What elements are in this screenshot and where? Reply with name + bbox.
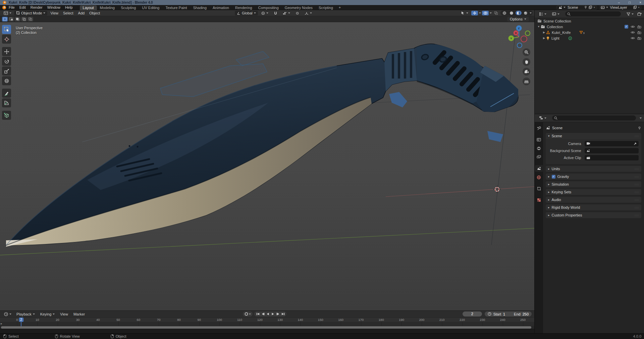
tab-world[interactable]: [535, 174, 543, 181]
playhead[interactable]: 2: [19, 318, 23, 322]
timeline-menu-playback[interactable]: Playback: [14, 312, 37, 316]
gizmo-dropdown-icon[interactable]: [479, 12, 481, 14]
start-frame-field[interactable]: 1: [503, 312, 505, 316]
select-mode-set[interactable]: [2, 17, 8, 21]
timeline-menu-keying[interactable]: Keying: [38, 312, 57, 316]
outliner-row-scene-collection[interactable]: Scene Collection: [535, 18, 644, 24]
panel-drag-handle[interactable]: ::::: [635, 206, 639, 209]
timeline-ruler[interactable]: 0102030405060708090100110120130140150160…: [0, 317, 534, 322]
hide-eye-icon[interactable]: [631, 31, 635, 34]
active-clip-field[interactable]: [585, 155, 639, 160]
close-button[interactable]: ×: [639, 0, 641, 5]
viewport-3d-canvas[interactable]: User Perspective (2) Collection: [0, 22, 534, 310]
shading-dropdown-icon[interactable]: [530, 12, 532, 14]
disable-render-camera-icon[interactable]: [637, 25, 641, 29]
scene-selector[interactable]: Scene ×: [556, 5, 597, 10]
panel-drag-handle[interactable]: ::::: [635, 183, 639, 186]
viewport-menu-select[interactable]: Select: [61, 11, 76, 15]
unlink-scene-icon[interactable]: ×: [593, 6, 595, 9]
tab-object[interactable]: [535, 185, 543, 192]
outliner-display-mode[interactable]: [537, 12, 548, 16]
viewport-menu-add[interactable]: Add: [76, 11, 87, 15]
next-keyframe-button[interactable]: [275, 311, 280, 317]
panel-units[interactable]: ▸ Units ::::: [546, 166, 641, 172]
expand-triangle-icon[interactable]: ▶: [542, 31, 546, 34]
panel-custom-properties[interactable]: ▸ Custom Properties ::::: [546, 212, 641, 218]
pin-icon[interactable]: [584, 6, 587, 9]
jump-to-start-button[interactable]: [255, 311, 260, 317]
tab-modeling[interactable]: Modeling: [97, 5, 118, 10]
new-collection-button[interactable]: [637, 12, 642, 16]
add-workspace-button[interactable]: +: [336, 5, 343, 9]
xray-toggle[interactable]: [493, 11, 499, 15]
gizmo-axis-z-neg[interactable]: [517, 43, 522, 48]
outliner-search-input[interactable]: [565, 11, 621, 16]
transform-orientation-selector[interactable]: Global: [235, 11, 258, 15]
pivot-point-selector[interactable]: [259, 11, 270, 15]
gizmo-axis-y-neg[interactable]: [525, 31, 530, 36]
navigation-gizmo[interactable]: Z X Y: [503, 23, 534, 50]
tool-scale[interactable]: [2, 66, 11, 76]
shading-wireframe-button[interactable]: [501, 11, 507, 15]
menu-file[interactable]: File: [6, 5, 17, 9]
kukri-knife-model[interactable]: [6, 44, 518, 247]
tool-transform[interactable]: [2, 76, 11, 85]
current-frame-field[interactable]: 2: [463, 311, 482, 317]
panel-simulation[interactable]: ▸ Simulation ::::: [546, 181, 641, 187]
scene-panel-header[interactable]: ▾ Scene ::::: [546, 133, 641, 139]
panel-drag-handle[interactable]: ::::: [635, 198, 639, 201]
timeline-scrollbar-thumb[interactable]: [1, 326, 531, 329]
shading-rendered-button[interactable]: [523, 11, 529, 15]
disable-render-camera-icon[interactable]: [637, 31, 641, 34]
background-scene-field[interactable]: [585, 148, 639, 153]
panel-drag-handle[interactable]: ::::: [635, 135, 639, 138]
tab-render[interactable]: [535, 136, 543, 143]
panel-drag-handle[interactable]: ::::: [635, 191, 639, 194]
timeline-menu-marker[interactable]: Marker: [71, 312, 87, 316]
maximize-button[interactable]: □: [629, 0, 631, 5]
zoom-button[interactable]: [523, 48, 530, 56]
viewlayer-selector[interactable]: ViewLayer ×: [599, 5, 641, 10]
outliner-filter-button[interactable]: [625, 12, 636, 16]
tab-animation[interactable]: Animation: [210, 5, 232, 10]
tab-texture[interactable]: [535, 197, 543, 203]
shading-material-button[interactable]: [516, 11, 522, 15]
viewport-menu-object[interactable]: Object: [87, 11, 102, 15]
expand-triangle-icon[interactable]: ▶: [542, 37, 546, 40]
tool-rotate[interactable]: [2, 57, 11, 66]
outliner-row-kukri-knife[interactable]: ▶ Kukri_Knife 3: [535, 30, 644, 35]
tab-view-layer[interactable]: [535, 154, 543, 160]
tab-uv-editing[interactable]: UV Editing: [139, 5, 162, 10]
tool-move[interactable]: [2, 47, 11, 56]
tab-layout[interactable]: Layout: [80, 5, 97, 10]
tab-scripting[interactable]: Scripting: [316, 5, 336, 10]
properties-editor-type-button[interactable]: [537, 116, 548, 120]
hide-eye-icon[interactable]: [631, 37, 635, 40]
timeline-menu-view[interactable]: View: [58, 312, 70, 316]
menu-help[interactable]: Help: [63, 5, 75, 9]
menu-window[interactable]: Window: [45, 5, 63, 9]
menu-edit[interactable]: Edit: [17, 5, 28, 9]
timeline-editor-type-button[interactable]: [2, 312, 13, 317]
tab-compositing[interactable]: Compositing: [255, 5, 282, 10]
timeline-track[interactable]: [0, 322, 534, 326]
panel-drag-handle[interactable]: ::::: [635, 175, 639, 178]
proportional-editing-toggle[interactable]: [293, 11, 301, 15]
panel-rigid-body-world[interactable]: ▸ Rigid Body World ::::: [546, 204, 641, 210]
overlays-dropdown-icon[interactable]: [490, 12, 492, 14]
proportional-falloff-selector[interactable]: [303, 11, 314, 15]
viewport-menu-view[interactable]: View: [48, 11, 61, 15]
panel-audio[interactable]: ▸ Audio ::::: [546, 197, 641, 203]
blender-menu-logo-icon[interactable]: [2, 5, 6, 10]
menu-render[interactable]: Render: [28, 5, 45, 9]
tab-tool[interactable]: [535, 125, 543, 132]
camera-field[interactable]: [585, 141, 639, 146]
select-mode-intersect[interactable]: [28, 17, 33, 21]
snap-toggle[interactable]: [272, 11, 279, 15]
tab-scene[interactable]: [535, 165, 543, 172]
panel-keying-sets[interactable]: ▸ Keying Sets ::::: [546, 189, 641, 195]
selectability-filter[interactable]: [459, 11, 470, 15]
timeline-sidebar-arrow[interactable]: ▸: [1, 322, 2, 325]
outliner-row-light[interactable]: ▶ Light: [535, 35, 644, 41]
panel-drag-handle[interactable]: ::::: [635, 167, 639, 171]
